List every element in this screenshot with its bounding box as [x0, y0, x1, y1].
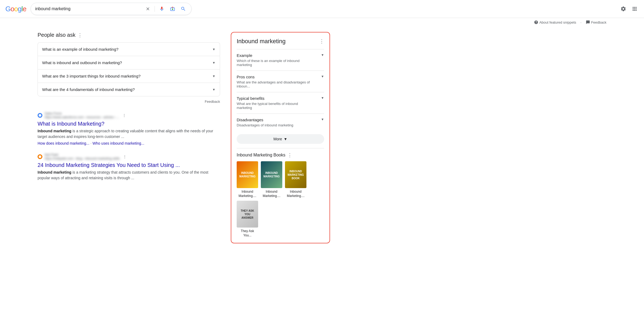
kp-menu-icon[interactable]: ⋮: [319, 38, 324, 44]
more-button[interactable]: More ▼: [237, 134, 324, 144]
paa-menu-icon[interactable]: ⋮: [78, 32, 82, 38]
result-0-source-name: Sales Force: [45, 112, 119, 115]
feedback-icon-top: [586, 20, 590, 24]
kp-section-0-content: Example Which of these is an example of …: [237, 53, 312, 67]
kp-section-3-header[interactable]: Disadvantages Disadvantages of inbound m…: [237, 118, 324, 127]
paa-questions-list: What is an example of inbound marketing?…: [38, 42, 220, 96]
book-item-3[interactable]: THEY ASK YOU ANSWER They Ask You...: [237, 201, 258, 237]
paa-header: People also ask ⋮: [38, 32, 220, 38]
microphone-icon: [159, 6, 164, 12]
more-chevron-icon: ▼: [284, 137, 287, 141]
result-0-link-0[interactable]: How does inbound marketing...: [38, 141, 89, 145]
book-label-2: Inbound Marketing....: [285, 190, 306, 198]
search-button[interactable]: [180, 5, 187, 13]
book-label-1: Inbound Marketing....: [261, 190, 282, 198]
book-item-0[interactable]: INBOUND MARKETING Inbound Marketing....: [237, 161, 258, 198]
result-1-favicon: [38, 154, 42, 159]
book-cover-3: THEY ASK YOU ANSWER: [237, 201, 258, 228]
search-result-0: Sales Force https://www.salesforce.com ›…: [38, 112, 220, 145]
kp-section-1-desc: What are the advantages and disadvantage…: [237, 80, 312, 88]
result-1-title[interactable]: 24 Inbound Marketing Strategies You Need…: [38, 162, 220, 169]
chevron-icon-1: ▼: [212, 61, 215, 65]
snippets-info-bar: About featured snippets · Feedback: [0, 18, 644, 27]
result-1-url: https://neilpatel.com › blog › inbound-m…: [45, 157, 120, 160]
result-0-source: Sales Force https://www.salesforce.com ›…: [38, 112, 220, 119]
result-1-source-name: Neil Patel: [45, 153, 120, 157]
chevron-icon-2: ▼: [212, 74, 215, 78]
paa-item-1[interactable]: What is inbound and outbound in marketin…: [38, 56, 220, 69]
result-0-menu[interactable]: ⋮: [122, 113, 126, 118]
result-0-title[interactable]: What is Inbound Marketing?: [38, 120, 220, 127]
search-result-1: Neil Patel https://neilpatel.com › blog …: [38, 153, 220, 181]
gear-icon: [620, 6, 626, 12]
paa-question-0: What is an example of inbound marketing?: [42, 47, 118, 52]
svg-point-2: [39, 114, 41, 117]
kp-title: Inbound marketing: [237, 38, 286, 45]
result-0-links: How does inbound marketing... · Who uses…: [38, 141, 220, 145]
result-0-favicon: [38, 113, 42, 118]
kp-section-2-label: Typical benefits: [237, 96, 312, 101]
knowledge-panel: Inbound marketing ⋮ Example Which of the…: [231, 32, 330, 243]
result-0-link-1[interactable]: Who uses inbound marketing...: [93, 141, 144, 145]
kp-section-1-content: Pros cons What are the advantages and di…: [237, 75, 312, 88]
books-grid: INBOUND MARKETING Inbound Marketing.... …: [237, 161, 324, 237]
svg-point-1: [172, 9, 173, 10]
snippets-separator: ·: [580, 20, 581, 24]
kp-section-3-content: Disadvantages Disadvantages of inbound m…: [237, 118, 293, 127]
chevron-icon-0: ▼: [212, 47, 215, 51]
result-1-menu[interactable]: ⋮: [123, 155, 127, 159]
book-cover-2: INBOUND MARKETING BOOK: [285, 161, 306, 188]
kp-section-2: Typical benefits What are the typical be…: [237, 92, 324, 114]
paa-feedback-link[interactable]: Feedback: [38, 100, 220, 104]
feedback-label-top: Feedback: [591, 20, 606, 24]
settings-button[interactable]: [619, 5, 627, 13]
kp-chevron-3: ▼: [321, 118, 324, 121]
kp-chevron-2: ▼: [321, 96, 324, 100]
book-cover-1: INBOUND MARKETING: [261, 161, 282, 188]
kp-section-3-desc: Disadvantages of inbound marketing: [237, 123, 293, 127]
books-menu-icon[interactable]: ⋮: [287, 152, 292, 158]
kp-chevron-0: ▼: [321, 53, 324, 57]
kp-section-0: Example Which of these is an example of …: [237, 49, 324, 71]
kp-chevron-1: ▼: [321, 75, 324, 78]
people-also-ask-section: People also ask ⋮ What is an example of …: [38, 32, 220, 104]
help-icon: [534, 20, 538, 24]
kp-section-2-header[interactable]: Typical benefits What are the typical be…: [237, 96, 324, 110]
result-1-snippet: Inbound marketing is a marketing strateg…: [38, 170, 220, 181]
kp-section-2-content: Typical benefits What are the typical be…: [237, 96, 312, 110]
kp-section-0-header[interactable]: Example Which of these is an example of …: [237, 53, 324, 67]
clear-search-button[interactable]: [144, 5, 151, 12]
paa-question-3: What are the 4 fundamentals of inbound m…: [42, 87, 135, 92]
books-title: Inbound Marketing Books ⋮: [237, 152, 324, 158]
paa-question-2: What are the 3 important things for inbo…: [42, 74, 141, 78]
image-search-button[interactable]: [169, 5, 176, 13]
apps-button[interactable]: [631, 5, 639, 13]
voice-search-button[interactable]: [158, 5, 166, 13]
book-item-1[interactable]: INBOUND MARKETING Inbound Marketing....: [261, 161, 282, 198]
apps-icon: [632, 6, 638, 12]
result-0-snippet: Inbound marketing is a strategic approac…: [38, 128, 220, 140]
google-logo[interactable]: Google: [5, 5, 26, 13]
feedback-link-top[interactable]: Feedback: [586, 20, 606, 24]
about-featured-snippets-link[interactable]: About featured snippets: [534, 20, 576, 24]
kp-section-3-label: Disadvantages: [237, 118, 293, 122]
paa-item-3[interactable]: What are the 4 fundamentals of inbound m…: [38, 83, 220, 96]
header-right: [619, 5, 639, 13]
result-0-url: https://www.salesforce.com › resources ›…: [45, 115, 119, 119]
books-section: Inbound Marketing Books ⋮ INBOUND MARKET…: [237, 148, 324, 237]
book-label-3: They Ask You...: [237, 229, 258, 237]
left-column: People also ask ⋮ What is an example of …: [38, 32, 220, 243]
search-input[interactable]: inbound marketing: [35, 6, 142, 11]
kp-section-1-header[interactable]: Pros cons What are the advantages and di…: [237, 75, 324, 88]
svg-point-3: [39, 155, 41, 158]
result-1-source: Neil Patel https://neilpatel.com › blog …: [38, 153, 220, 160]
favicon-icon-1: [38, 155, 42, 158]
book-label-0: Inbound Marketing....: [237, 190, 258, 198]
paa-item-0[interactable]: What is an example of inbound marketing?…: [38, 42, 220, 56]
book-item-2[interactable]: INBOUND MARKETING BOOK Inbound Marketing…: [285, 161, 306, 198]
kp-section-0-desc: Which of these is an example of inbound …: [237, 59, 312, 67]
paa-item-2[interactable]: What are the 3 important things for inbo…: [38, 69, 220, 83]
camera-icon: [170, 6, 175, 12]
favicon-icon-0: [38, 114, 42, 117]
search-bar: inbound marketing: [31, 3, 192, 15]
